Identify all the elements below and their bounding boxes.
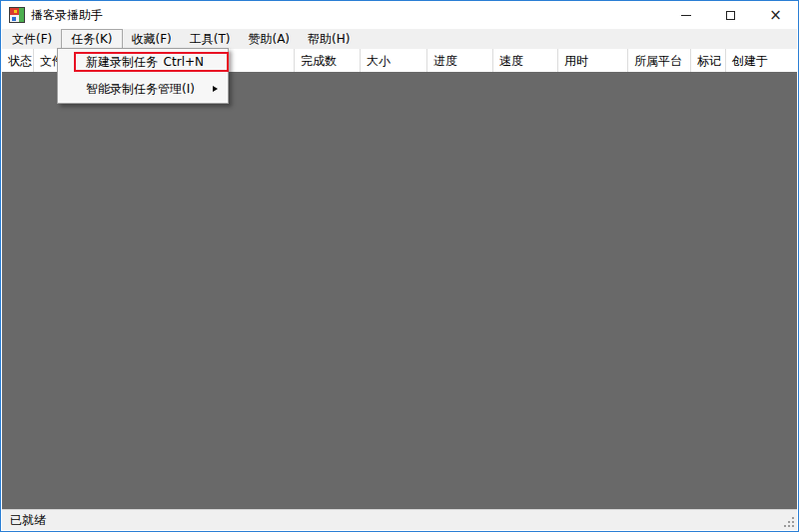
menubar-item-favorites[interactable]: 收藏(F) [123,29,181,49]
menubar-item-sponsor[interactable]: 赞助(A) [239,29,299,49]
column-header-created[interactable]: 创建于 [726,49,797,72]
task-menu-dropdown: 新建录制任务 Ctrl+N 智能录制任务管理(I) [57,48,229,104]
app-icon [9,7,25,23]
column-header-elapsed[interactable]: 用时 [558,49,628,72]
resize-grip[interactable] [782,515,795,528]
status-bar: 已就绪 [2,509,797,530]
column-header-platform[interactable]: 所属平台 [628,49,691,72]
submenu-arrow-icon [213,86,218,92]
menu-item-shortcut: Ctrl+N [164,55,204,69]
column-header-progress[interactable]: 进度 [427,49,493,72]
column-header-status[interactable]: 状态 [2,49,34,72]
close-icon: × [769,8,782,23]
close-button[interactable]: × [753,1,798,29]
menubar-item-tools[interactable]: 工具(T) [181,29,240,49]
task-list-area [2,72,797,509]
column-header-mark[interactable]: 标记 [691,49,726,72]
status-text: 已就绪 [10,512,46,529]
app-window: 播客录播助手 × 文件(F) 任务(K) 收藏(F) 工具(T) 赞助(A) 帮… [0,0,799,532]
minimize-button[interactable] [663,1,708,29]
maximize-icon [726,11,735,20]
column-header-size[interactable]: 大小 [361,49,427,72]
window-controls: × [663,1,798,29]
minimize-icon [681,15,691,16]
title-bar: 播客录播助手 × [1,1,798,29]
menubar-item-help[interactable]: 帮助(H) [299,29,359,49]
column-header-completed[interactable]: 完成数 [295,49,361,72]
menubar-item-task[interactable]: 任务(K) [61,29,122,49]
menubar-item-file[interactable]: 文件(F) [3,29,61,49]
column-header-speed[interactable]: 速度 [493,49,558,72]
menu-item-label: 新建录制任务 [86,54,158,71]
menu-item-smart-task-management[interactable]: 智能录制任务管理(I) [58,79,228,99]
maximize-button[interactable] [708,1,753,29]
menu-item-new-recording-task[interactable]: 新建录制任务 Ctrl+N [58,52,228,72]
menu-bar: 文件(F) 任务(K) 收藏(F) 工具(T) 赞助(A) 帮助(H) [2,29,797,49]
window-title: 播客录播助手 [31,7,103,24]
menu-item-label: 智能录制任务管理(I) [86,81,195,98]
